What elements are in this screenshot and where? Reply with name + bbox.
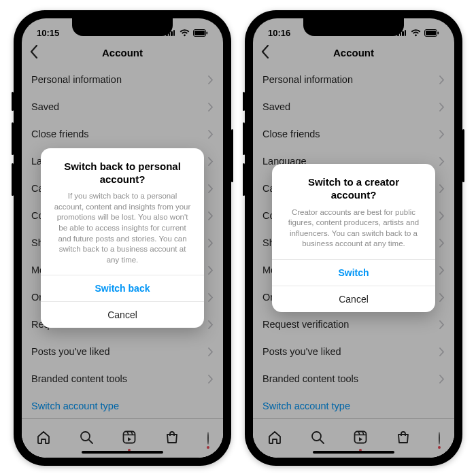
power-button <box>462 129 464 182</box>
switch-personal-dialog: Switch back to personal account? If you … <box>41 148 204 328</box>
volume-up-button <box>243 122 245 155</box>
volume-down-button <box>12 163 14 196</box>
home-indicator[interactable] <box>313 451 394 454</box>
phone-right: 10:16 Account Personal information S <box>245 10 462 466</box>
modal-overlay: Switch back to personal account? If you … <box>22 18 223 458</box>
mute-switch <box>243 92 245 111</box>
mute-switch <box>12 92 14 111</box>
dialog-body: Creator accounts are best for public fig… <box>284 207 423 250</box>
notch <box>72 18 173 36</box>
screen-right: 10:16 Account Personal information S <box>253 18 454 458</box>
switch-creator-dialog: Switch to a creator account? Creator acc… <box>272 164 435 312</box>
cancel-button[interactable]: Cancel <box>272 286 435 312</box>
notch <box>303 18 404 36</box>
dialog-title: Switch back to personal account? <box>53 160 192 186</box>
screen-left: 10:15 Account Personal information S <box>22 18 223 458</box>
phone-left: 10:15 Account Personal information S <box>14 10 231 466</box>
switch-back-button[interactable]: Switch back <box>41 275 204 301</box>
home-indicator[interactable] <box>82 451 163 454</box>
volume-down-button <box>243 163 245 196</box>
volume-up-button <box>12 122 14 155</box>
dialog-body: If you switch back to a personal account… <box>53 191 192 265</box>
power-button <box>231 129 233 182</box>
switch-button[interactable]: Switch <box>272 259 435 286</box>
dialog-title: Switch to a creator account? <box>284 176 423 202</box>
modal-overlay: Switch to a creator account? Creator acc… <box>253 18 454 458</box>
cancel-button[interactable]: Cancel <box>41 301 204 328</box>
